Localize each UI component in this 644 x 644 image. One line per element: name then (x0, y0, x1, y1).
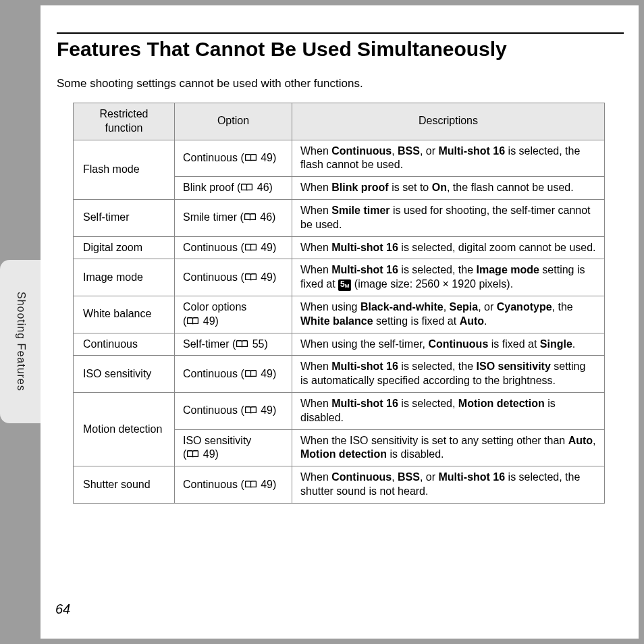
table-row: Flash modeContinuous ( 49)When Continuou… (74, 140, 605, 177)
table-row: Image modeContinuous ( 49)When Multi-sho… (74, 259, 605, 296)
page: Features That Cannot Be Used Simultaneou… (41, 5, 639, 639)
cell-description: When Multi-shot 16 is selected, the ISO … (292, 356, 605, 393)
page-reference-icon (186, 317, 199, 325)
cell-description: When using the self-timer, Continuous is… (292, 333, 605, 356)
section-side-tab: Shooting Features (0, 260, 41, 423)
page-reference-icon (244, 369, 257, 378)
cell-restricted-function: Flash mode (74, 140, 175, 199)
page-reference-icon (244, 480, 257, 489)
cell-description: When Multi-shot 16 is selected, Motion d… (292, 392, 605, 429)
page-content: Features That Cannot Be Used Simultaneou… (57, 32, 624, 504)
page-reference-icon (244, 406, 257, 414)
header-restricted-function: Restricted function (74, 103, 175, 140)
restrictions-table: Restricted function Option Descriptions … (73, 103, 605, 504)
table-row: Shutter soundContinuous ( 49)When Contin… (74, 466, 605, 504)
cell-option: Continuous ( 49) (175, 140, 292, 177)
cell-option: Smile timer ( 46) (175, 199, 292, 236)
cell-option: Blink proof ( 46) (175, 177, 292, 200)
intro-text: Some shooting settings cannot be used wi… (57, 77, 624, 90)
image-mode-5m-icon: 5M (338, 279, 351, 291)
cell-restricted-function: ISO sensitivity (74, 356, 175, 393)
page-reference-icon (240, 183, 253, 192)
page-reference-icon (186, 450, 199, 458)
cell-option: Continuous ( 49) (175, 466, 292, 504)
cell-restricted-function: Shutter sound (74, 466, 175, 504)
page-reference-icon (244, 213, 257, 221)
table-row: Digital zoomContinuous ( 49)When Multi-s… (74, 236, 605, 259)
cell-description: When Continuous, BSS, or Multi-shot 16 i… (292, 140, 605, 177)
page-reference-icon (244, 153, 257, 162)
cell-restricted-function: Digital zoom (74, 236, 175, 259)
table-row: Motion detectionContinuous ( 49)When Mul… (74, 392, 605, 429)
cell-option: Self-timer ( 55) (175, 333, 292, 356)
table-row: ContinuousSelf-timer ( 55)When using the… (74, 333, 605, 356)
cell-option: Continuous ( 49) (175, 236, 292, 259)
table-header-row: Restricted function Option Descriptions (74, 103, 605, 140)
header-option: Option (175, 103, 292, 140)
side-tab-label: Shooting Features (15, 292, 27, 392)
page-reference-icon (244, 273, 257, 281)
cell-option: Color options( 49) (175, 296, 292, 333)
cell-description: When the ISO sensitivity is set to any s… (292, 429, 605, 466)
cell-description: When using Black-and-white, Sepia, or Cy… (292, 296, 605, 333)
header-descriptions: Descriptions (292, 103, 605, 140)
cell-option: ISO sensitivity( 49) (175, 429, 292, 466)
table-row: White balanceColor options( 49)When usin… (74, 296, 605, 333)
cell-description: When Multi-shot 16 is selected, the Imag… (292, 259, 605, 296)
cell-option: Continuous ( 49) (175, 392, 292, 429)
page-title: Features That Cannot Be Used Simultaneou… (57, 38, 624, 61)
cell-option: Continuous ( 49) (175, 356, 292, 393)
cell-option: Continuous ( 49) (175, 259, 292, 296)
title-rule (57, 32, 624, 34)
table-row: ISO sensitivityContinuous ( 49)When Mult… (74, 356, 605, 393)
page-reference-icon (236, 340, 248, 348)
cell-description: When Smile timer is used for shooting, t… (292, 199, 605, 236)
cell-description: When Continuous, BSS, or Multi-shot 16 i… (292, 466, 605, 504)
cell-restricted-function: Motion detection (74, 392, 175, 466)
cell-restricted-function: White balance (74, 296, 175, 333)
table-row: Self-timerSmile timer ( 46)When Smile ti… (74, 199, 605, 236)
cell-restricted-function: Self-timer (74, 199, 175, 236)
cell-restricted-function: Image mode (74, 259, 175, 296)
cell-description: When Blink proof is set to On, the flash… (292, 177, 605, 200)
page-reference-icon (244, 243, 257, 252)
page-number: 64 (55, 601, 70, 617)
cell-restricted-function: Continuous (74, 333, 175, 356)
cell-description: When Multi-shot 16 is selected, digital … (292, 236, 605, 259)
